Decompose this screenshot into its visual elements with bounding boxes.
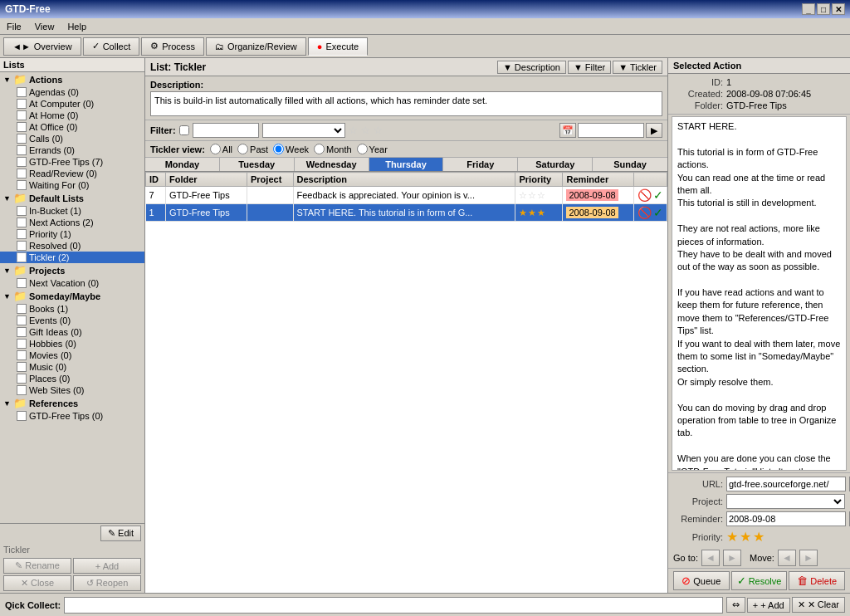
gift-ideas-checkbox[interactable] <box>17 327 27 337</box>
star3[interactable]: ☆ <box>374 125 383 136</box>
filter-checkbox[interactable] <box>179 125 189 135</box>
col-folder[interactable]: Folder <box>165 173 247 187</box>
sidebar-item-calls[interactable]: Calls (0) <box>0 133 144 144</box>
hobbies-checkbox[interactable] <box>17 339 27 349</box>
tab-collect[interactable]: ✓ Collect <box>83 37 140 56</box>
statusbar-arrow-btn[interactable]: ⇔ <box>726 597 745 613</box>
radio-past[interactable]: Past <box>237 144 268 154</box>
sidebar-item-read-review[interactable]: Read/Review (0) <box>0 168 144 179</box>
reopen-button[interactable]: ↺ Reopen <box>73 575 141 591</box>
in-bucket-checkbox[interactable] <box>17 206 27 216</box>
group-projects-header[interactable]: ▼ 📁 Projects <box>0 263 144 277</box>
events-checkbox[interactable] <box>17 315 27 325</box>
priority-star-2[interactable]: ★ <box>740 529 751 545</box>
day-wednesday[interactable]: Wednesday <box>295 158 369 171</box>
clear-button[interactable]: ✕ ✕ Clear <box>792 597 845 613</box>
gtd-tips-checkbox[interactable] <box>17 157 27 167</box>
sidebar-item-gtd-tips[interactable]: GTD-Free Tips (7) <box>0 156 144 168</box>
read-review-checkbox[interactable] <box>17 169 27 178</box>
filter-dropdown[interactable] <box>262 123 345 138</box>
radio-week[interactable]: Week <box>273 144 309 154</box>
add-item-button[interactable]: + + Add <box>747 598 790 613</box>
sidebar-item-places[interactable]: Places (0) <box>0 373 144 384</box>
menu-help[interactable]: Help <box>64 21 90 32</box>
movies-checkbox[interactable] <box>17 350 27 360</box>
move-right-arrow[interactable]: ► <box>799 550 818 566</box>
at-office-checkbox[interactable] <box>17 122 27 132</box>
table-row[interactable]: 7 GTD-Free Tips Feedback is appreciated.… <box>146 187 667 204</box>
books-checkbox[interactable] <box>17 304 27 314</box>
sidebar-item-in-bucket[interactable]: In-Bucket (1) <box>0 205 144 217</box>
star1[interactable]: ☆ <box>349 125 358 136</box>
add-button[interactable]: + Add <box>73 558 141 574</box>
radio-month[interactable]: Month <box>314 144 352 154</box>
radio-all[interactable]: All <box>210 144 232 154</box>
sidebar-item-hobbies[interactable]: Hobbies (0) <box>0 338 144 350</box>
table-row[interactable]: 1 GTD-Free Tips START HERE. This tutoria… <box>146 204 667 222</box>
delete-button[interactable]: 🗑 Delete <box>789 571 845 590</box>
group-someday-header[interactable]: ▼ 📁 Someday/Maybe <box>0 289 144 303</box>
day-tuesday[interactable]: Tuesday <box>220 158 295 171</box>
prev-arrow[interactable]: ◄ <box>701 550 720 566</box>
sidebar-item-at-computer[interactable]: At Computer (0) <box>0 98 144 110</box>
day-friday[interactable]: Friday <box>443 158 518 171</box>
next-arrow[interactable]: ► <box>723 550 741 566</box>
tab-organize[interactable]: 🗂 Organize/Review <box>206 37 306 56</box>
errands-checkbox[interactable] <box>17 145 27 155</box>
resolve-button[interactable]: ✓ Resolve <box>731 571 788 590</box>
next-actions-checkbox[interactable] <box>17 218 27 227</box>
sidebar-item-errands[interactable]: Errands (0) <box>0 144 144 156</box>
day-saturday[interactable]: Saturday <box>518 158 593 171</box>
music-checkbox[interactable] <box>17 362 27 372</box>
sidebar-item-next-actions[interactable]: Next Actions (2) <box>0 217 144 228</box>
websites-checkbox[interactable] <box>17 385 27 395</box>
close-button[interactable]: ✕ Close <box>3 575 71 591</box>
queue-icon[interactable]: 🚫 <box>638 206 652 219</box>
edit-button[interactable]: ✎ Edit <box>100 526 141 541</box>
next-vacation-checkbox[interactable] <box>17 278 27 288</box>
radio-year[interactable]: Year <box>357 144 388 154</box>
url-input[interactable] <box>726 477 846 491</box>
col-id[interactable]: ID <box>146 173 166 187</box>
calls-checkbox[interactable] <box>17 134 27 144</box>
group-default-lists-header[interactable]: ▼ 📁 Default Lists <box>0 191 144 205</box>
at-home-checkbox[interactable] <box>17 110 27 120</box>
sidebar-item-books[interactable]: Books (1) <box>0 303 144 315</box>
tickler-toggle-button[interactable]: ▼ Tickler <box>613 61 662 74</box>
resolved-checkbox[interactable] <box>17 241 27 251</box>
group-references-header[interactable]: ▼ 📁 References <box>0 396 144 410</box>
queue-button[interactable]: ⊘ Queue <box>673 571 730 590</box>
col-project[interactable]: Project <box>247 173 294 187</box>
gtd-tips-ref-checkbox[interactable] <box>17 411 27 421</box>
star2[interactable]: ☆ <box>361 125 370 136</box>
filter-toggle-button[interactable]: ▼ Filter <box>568 61 611 74</box>
priority-star-3[interactable]: ★ <box>753 529 765 545</box>
minimize-button[interactable]: _ <box>802 3 815 15</box>
project-dropdown[interactable] <box>726 494 845 509</box>
sidebar-item-at-office[interactable]: At Office (0) <box>0 121 144 133</box>
qick-collect-input[interactable] <box>64 597 723 614</box>
priority-checkbox[interactable] <box>17 229 27 239</box>
menu-view[interactable]: View <box>32 21 58 32</box>
sidebar-item-waiting[interactable]: Waiting For (0) <box>0 179 144 191</box>
sidebar-item-next-vacation[interactable]: Next Vacation (0) <box>0 277 144 289</box>
sidebar-item-websites[interactable]: Web Sites (0) <box>0 384 144 396</box>
col-description[interactable]: Description <box>293 173 515 187</box>
priority-star-1[interactable]: ★ <box>726 529 738 545</box>
filter-text-input[interactable] <box>193 123 259 138</box>
resolve-icon[interactable]: ✓ <box>653 206 663 219</box>
move-left-arrow[interactable]: ◄ <box>778 550 796 566</box>
tab-overview[interactable]: ◄► Overview <box>3 37 81 56</box>
description-toggle-button[interactable]: ▼ Description <box>497 61 566 74</box>
rename-button[interactable]: ✎ Rename <box>3 558 71 574</box>
day-thursday[interactable]: Thursday <box>369 158 444 171</box>
sidebar-item-resolved[interactable]: Resolved (0) <box>0 240 144 252</box>
resolve-icon[interactable]: ✓ <box>653 188 663 202</box>
places-checkbox[interactable] <box>17 374 27 384</box>
filter-go-icon[interactable]: ▶ <box>646 123 662 138</box>
tickler-checkbox[interactable] <box>17 252 27 262</box>
sidebar-item-events[interactable]: Events (0) <box>0 315 144 326</box>
sidebar-item-at-home[interactable]: At Home (0) <box>0 110 144 121</box>
day-sunday[interactable]: Sunday <box>593 158 667 171</box>
filter-date-input[interactable] <box>578 123 644 138</box>
